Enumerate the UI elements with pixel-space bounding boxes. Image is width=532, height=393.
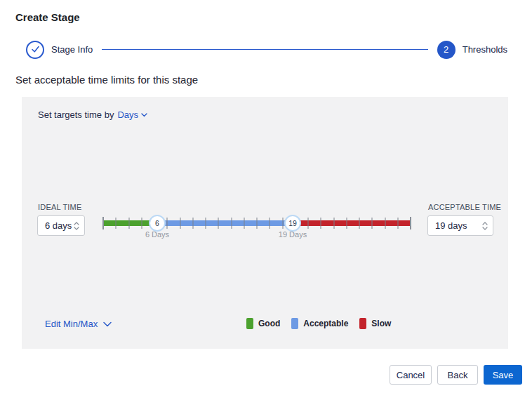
step-thresholds[interactable]: 2 Thresholds (437, 41, 507, 59)
ideal-time-value: 6 days (45, 220, 72, 231)
step-number-badge: 2 (437, 41, 455, 59)
slider-segment-slow (293, 220, 411, 226)
time-unit-value: Days (117, 109, 138, 120)
legend-good-label: Good (258, 319, 280, 328)
create-stage-dialog: Create Stage Stage Info 2 Thresholds Set… (0, 0, 532, 393)
slider-handle-max[interactable]: 19 (284, 215, 301, 232)
slider-legend: Good Acceptable Slow (246, 318, 391, 329)
stepper-up-icon (74, 222, 79, 225)
legend-item-good: Good (246, 318, 280, 329)
time-unit-dropdown[interactable]: Days (117, 109, 147, 120)
legend-item-slow: Slow (359, 318, 391, 329)
acceptable-time-label: ACCEPTABLE TIME (428, 203, 501, 211)
slider-handle-min[interactable]: 6 (149, 215, 166, 232)
legend-slow-label: Slow (371, 319, 391, 328)
stepper-up-icon (482, 222, 488, 225)
cancel-button[interactable]: Cancel (390, 365, 432, 385)
acceptable-time-value: 19 days (435, 220, 467, 231)
stepper: Stage Info 2 Thresholds (26, 40, 507, 59)
acceptable-time-stepper[interactable] (482, 216, 488, 235)
save-button[interactable]: Save (484, 365, 522, 385)
check-icon (31, 46, 40, 53)
step-stage-info-label: Stage Info (51, 44, 93, 55)
chevron-down-icon (103, 321, 112, 327)
dialog-footer: Cancel Back Save (390, 365, 522, 385)
targets-row: Set targets time by Days (38, 109, 147, 120)
page-title: Create Stage (15, 11, 80, 23)
ideal-time-label: IDEAL TIME (38, 203, 82, 211)
time-range-slider: 6 19 6 Days 19 Days (103, 220, 411, 226)
stepper-down-icon (482, 227, 488, 230)
thresholds-panel: Set targets time by Days IDEAL TIME 6 da… (22, 97, 508, 349)
edit-minmax-label: Edit Min/Max (45, 319, 98, 329)
chevron-down-icon (141, 113, 147, 117)
slider-handle-min-value: 6 (155, 219, 159, 227)
back-button[interactable]: Back (437, 365, 478, 385)
acceptable-swatch (291, 318, 298, 329)
legend-item-acceptable: Acceptable (291, 318, 348, 329)
slider-segment-acceptable (157, 220, 293, 226)
targets-label: Set targets time by (38, 109, 114, 120)
stepper-connector-line (102, 49, 427, 51)
slow-swatch (359, 318, 366, 329)
edit-minmax-toggle[interactable]: Edit Min/Max (45, 319, 112, 329)
step-complete-circle (26, 41, 44, 59)
good-swatch (246, 318, 253, 329)
legend-acceptable-label: Acceptable (303, 319, 348, 328)
acceptable-time-input[interactable]: 19 days (427, 215, 493, 236)
ideal-time-stepper[interactable] (74, 216, 79, 235)
step-thresholds-label: Thresholds (463, 44, 507, 55)
stepper-down-icon (74, 227, 79, 230)
ideal-time-input[interactable]: 6 days (37, 215, 85, 236)
slider-handle-max-value: 19 (288, 219, 297, 227)
step-stage-info[interactable]: Stage Info (26, 41, 93, 59)
section-heading: Set acceptable time limits for this stag… (15, 74, 198, 86)
